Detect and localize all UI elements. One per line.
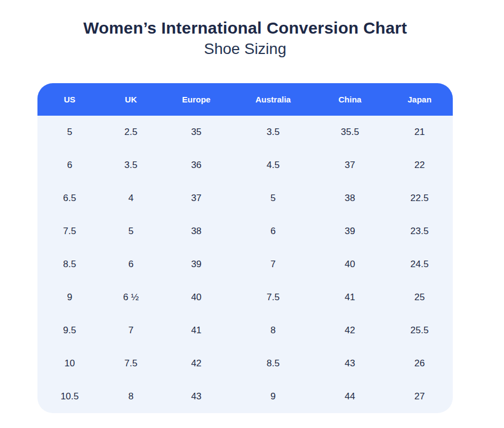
size-cell: 5	[37, 116, 102, 149]
size-cell: 38	[160, 215, 232, 248]
size-cell: 41	[160, 314, 232, 347]
size-cell: 4	[102, 182, 160, 215]
size-cell: 7.5	[37, 215, 102, 248]
size-cell: 35	[160, 116, 232, 149]
size-cell: 21	[386, 116, 453, 149]
size-cell: 37	[160, 182, 232, 215]
size-cell: 39	[160, 248, 232, 281]
size-cell: 22.5	[386, 182, 453, 215]
size-cell: 6.5	[37, 182, 102, 215]
size-cell: 43	[160, 380, 232, 413]
size-cell: 35.5	[313, 116, 386, 149]
size-cell: 25.5	[386, 314, 453, 347]
size-cell: 10.5	[37, 380, 102, 413]
size-cell: 2.5	[102, 116, 160, 149]
size-cell: 8	[232, 314, 313, 347]
size-cell: 24.5	[386, 248, 453, 281]
size-cell: 25	[386, 281, 453, 314]
size-cell: 6	[102, 248, 160, 281]
table-row: 8.563974024.5	[37, 248, 453, 281]
size-cell: 36	[160, 149, 232, 182]
size-cell: 41	[313, 281, 386, 314]
table-header-row: USUKEuropeAustraliaChinaJapan	[37, 83, 453, 116]
column-header-us: US	[37, 83, 102, 116]
size-cell: 7	[102, 314, 160, 347]
column-header-europe: Europe	[160, 83, 232, 116]
size-cell: 7	[232, 248, 313, 281]
size-cell: 27	[386, 380, 453, 413]
size-cell: 3.5	[232, 116, 313, 149]
size-cell: 37	[313, 149, 386, 182]
size-cell: 42	[160, 347, 232, 380]
size-cell: 6	[37, 149, 102, 182]
size-cell: 9	[37, 281, 102, 314]
column-header-japan: Japan	[386, 83, 453, 116]
table-row: 7.553863923.5	[37, 215, 453, 248]
size-cell: 23.5	[386, 215, 453, 248]
size-cell: 7.5	[232, 281, 313, 314]
table-row: 10.584394427	[37, 380, 453, 413]
table-row: 52.5353.535.521	[37, 116, 453, 149]
size-cell: 42	[313, 314, 386, 347]
size-cell: 39	[313, 215, 386, 248]
size-cell: 43	[313, 347, 386, 380]
table-row: 96 ½407.54125	[37, 281, 453, 314]
size-cell: 44	[313, 380, 386, 413]
size-cell: 40	[160, 281, 232, 314]
page-subtitle: Shoe Sizing	[37, 40, 453, 58]
size-cell: 5	[102, 215, 160, 248]
size-cell: 9	[232, 380, 313, 413]
page-title: Women’s International Conversion Chart	[37, 19, 453, 38]
table-body: 52.5353.535.52163.5364.537226.543753822.…	[37, 116, 453, 413]
column-header-uk: UK	[102, 83, 160, 116]
table-row: 6.543753822.5	[37, 182, 453, 215]
table-row: 9.574184225.5	[37, 314, 453, 347]
size-cell: 38	[313, 182, 386, 215]
size-cell: 8.5	[232, 347, 313, 380]
size-cell: 6	[232, 215, 313, 248]
size-cell: 22	[386, 149, 453, 182]
column-header-australia: Australia	[232, 83, 313, 116]
size-cell: 7.5	[102, 347, 160, 380]
size-cell: 40	[313, 248, 386, 281]
conversion-table: USUKEuropeAustraliaChinaJapan 52.5353.53…	[37, 83, 453, 413]
size-cell: 9.5	[37, 314, 102, 347]
column-header-china: China	[313, 83, 386, 116]
size-cell: 26	[386, 347, 453, 380]
table-row: 107.5428.54326	[37, 347, 453, 380]
size-cell: 3.5	[102, 149, 160, 182]
size-cell: 8.5	[37, 248, 102, 281]
size-cell: 5	[232, 182, 313, 215]
size-cell: 10	[37, 347, 102, 380]
size-cell: 6 ½	[102, 281, 160, 314]
size-cell: 4.5	[232, 149, 313, 182]
size-cell: 8	[102, 380, 160, 413]
table-row: 63.5364.53722	[37, 149, 453, 182]
content-container: Women’s International Conversion Chart S…	[37, 0, 453, 413]
